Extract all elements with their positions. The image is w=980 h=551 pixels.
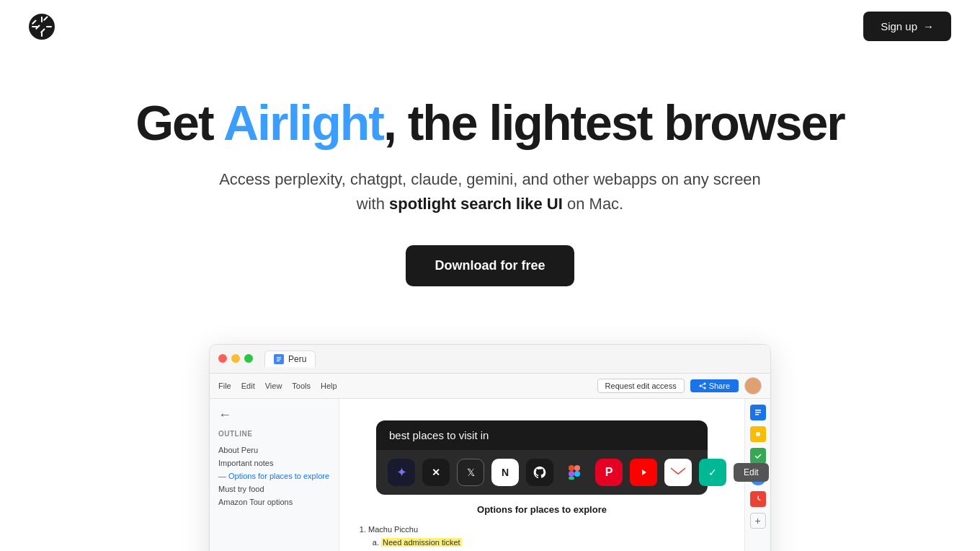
- svg-point-31: [756, 432, 760, 436]
- outline-label: Outline: [218, 430, 330, 438]
- svg-point-15: [703, 387, 705, 389]
- menu-file[interactable]: File: [218, 382, 231, 390]
- x-black-icon[interactable]: ✕: [422, 459, 450, 486]
- doc-list-item: Machu Picchu Need admission ticket Inca …: [368, 524, 730, 551]
- hero-section: Get Airlight, the lightest browser Acces…: [0, 53, 980, 315]
- github-icon[interactable]: [526, 459, 553, 486]
- close-button[interactable]: [218, 354, 227, 363]
- svg-rect-19: [574, 465, 580, 471]
- green-app-icon[interactable]: ✓: [699, 459, 726, 486]
- spotlight-search-text: best places to visit in: [389, 429, 489, 441]
- nav-options[interactable]: — Options for places to explore: [218, 470, 330, 482]
- svg-rect-3: [32, 26, 37, 27]
- doc-heading: Options for places to explore: [354, 504, 730, 515]
- doc-sidebar: ← Outline About Peru Important notes — O…: [210, 399, 339, 551]
- logo-icon: [29, 14, 55, 40]
- svg-line-17: [701, 387, 703, 388]
- svg-rect-27: [755, 410, 761, 411]
- maximize-button[interactable]: [244, 354, 253, 363]
- svg-rect-21: [569, 477, 574, 480]
- svg-point-22: [574, 471, 580, 477]
- perplexity-icon[interactable]: ✦: [388, 459, 415, 486]
- svg-rect-29: [755, 414, 759, 415]
- share-button[interactable]: Share: [690, 379, 739, 392]
- minimize-button[interactable]: [231, 354, 240, 363]
- browser-topbar: Peru: [210, 345, 770, 374]
- gmail-icon[interactable]: [664, 459, 692, 486]
- svg-rect-12: [277, 361, 280, 361]
- right-icon-3[interactable]: [750, 448, 766, 464]
- svg-line-16: [701, 384, 703, 386]
- request-edit-button[interactable]: Request edit access: [597, 379, 685, 393]
- spotlight-apps-row: ✦ ✕ 𝕏 N P: [376, 450, 708, 495]
- menu-view[interactable]: View: [265, 382, 282, 390]
- title-prefix: Get: [135, 95, 223, 150]
- spotlight-overlay: best places to visit in ✦ ✕ 𝕏 N: [376, 420, 708, 495]
- subtitle-part2: on Mac.: [563, 195, 623, 213]
- doc-main: best places to visit in ✦ ✕ 𝕏 N: [339, 399, 744, 551]
- traffic-lights: [218, 354, 253, 363]
- svg-point-13: [703, 382, 705, 384]
- svg-rect-28: [755, 412, 761, 413]
- brand-name: Airlight: [223, 95, 383, 150]
- doc-list: Machu Picchu Need admission ticket Inca …: [354, 524, 730, 551]
- svg-rect-4: [46, 26, 52, 27]
- subtitle-highlight: spotlight search like UI: [389, 195, 563, 213]
- download-button[interactable]: Download for free: [406, 245, 574, 286]
- hero-title: Get Airlight, the lightest browser: [29, 96, 951, 150]
- arrow-icon: →: [923, 20, 934, 32]
- right-icon-1[interactable]: [750, 405, 766, 420]
- svg-rect-18: [569, 465, 574, 471]
- spotlight-search-bar[interactable]: best places to visit in: [376, 420, 708, 450]
- toolbar-menu: File Edit View Tools Help: [218, 382, 337, 390]
- toolbar-right: Request edit access Share: [597, 377, 762, 394]
- add-icon[interactable]: +: [750, 513, 766, 529]
- browser-tab[interactable]: Peru: [264, 351, 316, 367]
- doc-area: ← Outline About Peru Important notes — O…: [210, 399, 770, 551]
- nav-must-try-food[interactable]: Must try food: [218, 482, 330, 495]
- doc-content: Options for places to explore Machu Picc…: [354, 504, 730, 551]
- right-icon-2[interactable]: [750, 426, 766, 442]
- svg-rect-10: [277, 357, 281, 358]
- back-arrow[interactable]: ←: [218, 407, 330, 423]
- menu-tools[interactable]: Tools: [292, 382, 311, 390]
- share-label: Share: [709, 382, 730, 390]
- doc-sub-item: Need admission ticket: [381, 537, 730, 550]
- figma-icon[interactable]: [561, 459, 588, 486]
- tab-favicon: [274, 354, 284, 364]
- svg-rect-1: [41, 17, 43, 22]
- pinterest-icon[interactable]: P: [595, 459, 623, 486]
- sign-up-label: Sign up: [881, 20, 917, 32]
- logo: [29, 14, 55, 40]
- header: Sign up →: [0, 0, 980, 53]
- nav-about-peru[interactable]: About Peru: [218, 444, 330, 457]
- svg-point-14: [699, 384, 701, 387]
- screenshot-section: Peru File Edit View Tools Help Request e…: [0, 315, 980, 551]
- svg-rect-32: [754, 451, 762, 460]
- svg-rect-20: [569, 471, 574, 477]
- browser-window: Peru File Edit View Tools Help Request e…: [209, 344, 771, 551]
- nav-important-notes[interactable]: Important notes: [218, 457, 330, 470]
- nav-amazon-tour[interactable]: Amazon Tour options: [218, 495, 330, 508]
- sign-up-button[interactable]: Sign up →: [863, 12, 951, 41]
- browser-toolbar: File Edit View Tools Help Request edit a…: [210, 374, 770, 399]
- menu-edit[interactable]: Edit: [241, 382, 255, 390]
- right-icon-5[interactable]: [750, 491, 766, 507]
- user-avatar: [744, 377, 762, 394]
- title-suffix: , the lightest browser: [383, 95, 845, 150]
- menu-help[interactable]: Help: [321, 382, 337, 390]
- tab-label: Peru: [288, 354, 306, 364]
- x-outline-icon[interactable]: 𝕏: [457, 459, 484, 486]
- hero-subtitle: Access perplexity, chatgpt, claude, gemi…: [216, 167, 764, 216]
- svg-rect-11: [277, 358, 281, 359]
- edit-button[interactable]: Edit: [734, 463, 769, 482]
- youtube-icon[interactable]: [630, 459, 657, 486]
- notion-icon[interactable]: N: [491, 459, 519, 486]
